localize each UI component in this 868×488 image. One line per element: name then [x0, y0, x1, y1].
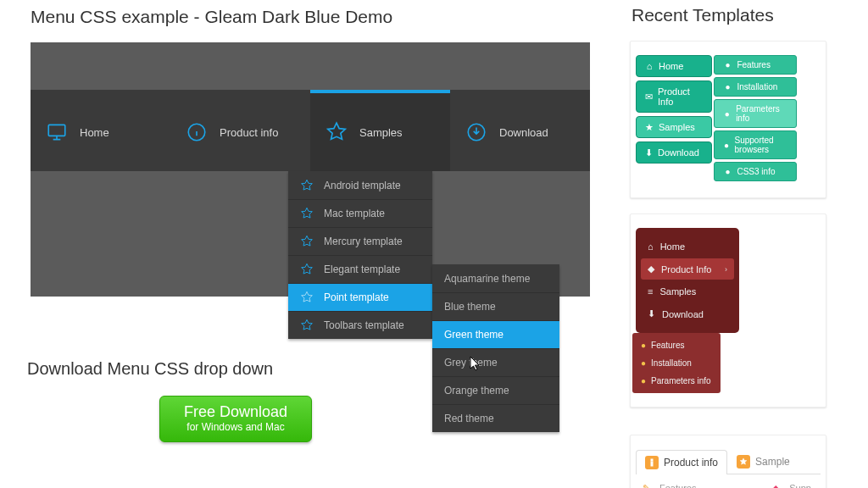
- bullet-icon: ●: [641, 358, 646, 368]
- cursor-icon: [470, 356, 482, 373]
- submenu-samples: Android template Mac template Mercury te…: [288, 171, 432, 339]
- bullet-icon: ●: [723, 168, 732, 176]
- monitor-icon: [46, 121, 68, 143]
- menu-label: Home: [80, 126, 109, 139]
- theme-item[interactable]: Red theme: [432, 404, 559, 432]
- home-icon: ⌂: [648, 241, 654, 252]
- g-fly-item: ●Parameters info: [714, 99, 797, 128]
- r-samples: ≡Samples: [641, 281, 734, 302]
- free-download-button[interactable]: Free Download for Windows and Mac: [159, 396, 312, 442]
- bullet-icon: ●: [723, 141, 729, 149]
- info-icon: [186, 121, 208, 143]
- menu-samples[interactable]: Samples: [310, 90, 450, 171]
- submenu-item[interactable]: Android template: [288, 171, 432, 199]
- o-item: ◆Supp: [769, 480, 817, 488]
- download-icon: ⬇: [645, 148, 653, 157]
- g-home: ⌂Home: [636, 55, 712, 77]
- submenu-item[interactable]: Toolbars template: [288, 311, 432, 339]
- download-btn-line1: Free Download: [170, 403, 301, 421]
- r-fly-item: ●Parameters info: [636, 372, 717, 390]
- submenu-label: Point template: [324, 291, 389, 303]
- download-btn-line2: for Windows and Mac: [170, 421, 301, 433]
- theme-item[interactable]: Orange theme: [432, 376, 559, 404]
- template-thumb-green[interactable]: ⌂Home ✉Product Info ★Samples ⬇Download ●…: [630, 41, 826, 198]
- star-icon: [300, 235, 314, 248]
- submenu-label: Toolbars template: [324, 319, 404, 331]
- info-icon: [645, 456, 659, 469]
- menu-label: Download: [499, 126, 548, 139]
- submenu-label: Android template: [324, 180, 401, 191]
- home-icon: ⌂: [645, 62, 654, 70]
- svg-rect-4: [651, 462, 653, 466]
- submenu-label: Elegant template: [324, 263, 400, 275]
- star-icon: [300, 319, 314, 332]
- r-product: ◆Product Info›: [641, 258, 734, 280]
- o-item: ✎Features: [639, 480, 726, 488]
- r-download: ⬇Download: [641, 303, 734, 324]
- g-fly-item: ●Features: [714, 55, 797, 75]
- theme-label: Orange theme: [444, 385, 509, 396]
- menu-label: Samples: [359, 126, 403, 139]
- star-icon: [326, 121, 348, 143]
- svg-rect-0: [48, 125, 65, 136]
- submenu-item[interactable]: Elegant template: [288, 255, 432, 283]
- tag-icon: ◆: [648, 263, 654, 274]
- chevron-right-icon: ›: [725, 265, 727, 274]
- submenu-item[interactable]: Mercury template: [288, 227, 432, 255]
- theme-label: Green theme: [444, 329, 504, 341]
- theme-item-grey[interactable]: Grey theme: [432, 348, 559, 376]
- menu-label: Product info: [220, 126, 278, 139]
- chat-icon: ✉: [645, 92, 653, 101]
- g-samples: ★Samples: [636, 116, 712, 138]
- submenu-label: Mac template: [324, 208, 385, 219]
- svg-rect-3: [651, 459, 653, 461]
- theme-item-green[interactable]: Green theme: [432, 320, 559, 348]
- menu-download[interactable]: Download: [450, 90, 590, 171]
- diamond-icon: ◆: [772, 483, 782, 488]
- r-fly-item: ●Installation: [636, 354, 717, 372]
- menu-home[interactable]: Home: [31, 90, 170, 171]
- submenu-label: Mercury template: [324, 236, 403, 247]
- o-tab-sample: Sample: [727, 449, 799, 474]
- o-tab-product: Product info: [636, 450, 727, 474]
- submenu-item[interactable]: Mac template: [288, 199, 432, 227]
- theme-label: Blue theme: [444, 301, 496, 313]
- star-icon: [300, 291, 314, 304]
- g-product: ✉Product Info: [636, 80, 712, 113]
- list-icon: ≡: [648, 286, 653, 297]
- g-fly-item: ●Installation: [714, 77, 797, 97]
- download-icon: [465, 121, 487, 143]
- r-fly-item: ●Features: [636, 336, 717, 354]
- template-thumb-red[interactable]: ⌂Home ◆Product Info› ≡Samples ⬇Download …: [630, 214, 826, 408]
- page-title: Menu CSS example - Gleam Dark Blue Demo: [31, 7, 615, 27]
- theme-label: Red theme: [444, 413, 494, 424]
- star-icon: [737, 455, 750, 469]
- menu-demo: Home Product info Samples: [31, 42, 590, 297]
- r-home: ⌂Home: [641, 236, 734, 257]
- bullet-icon: ●: [723, 61, 732, 69]
- submenu-item-point[interactable]: Point template: [288, 283, 432, 311]
- star-icon: [300, 207, 314, 220]
- g-download: ⬇Download: [636, 141, 712, 164]
- g-fly-item: ●Supported browsers: [714, 130, 797, 159]
- pencil-icon: ✎: [643, 483, 653, 488]
- bullet-icon: ●: [641, 376, 646, 385]
- theme-label: Aquamarine theme: [444, 273, 530, 285]
- bullet-icon: ●: [641, 341, 646, 350]
- template-thumb-orange[interactable]: Product info Sample ✎Features 🔧Installat…: [630, 435, 826, 488]
- menubar: Home Product info Samples: [31, 90, 590, 171]
- download-icon: ⬇: [648, 308, 655, 319]
- theme-item[interactable]: Blue theme: [432, 292, 559, 320]
- submenu-themes: Aquamarine theme Blue theme Green theme …: [432, 264, 559, 432]
- bullet-icon: ●: [723, 109, 731, 118]
- star-icon: [300, 179, 314, 192]
- star-icon: [300, 263, 314, 276]
- bullet-icon: ●: [723, 83, 732, 92]
- g-fly-item: ●CSS3 info: [714, 162, 797, 181]
- theme-item[interactable]: Aquamarine theme: [432, 264, 559, 292]
- recent-templates-title: Recent Templates: [621, 5, 865, 25]
- menu-product-info[interactable]: Product info: [170, 90, 310, 171]
- star-icon: ★: [645, 123, 654, 131]
